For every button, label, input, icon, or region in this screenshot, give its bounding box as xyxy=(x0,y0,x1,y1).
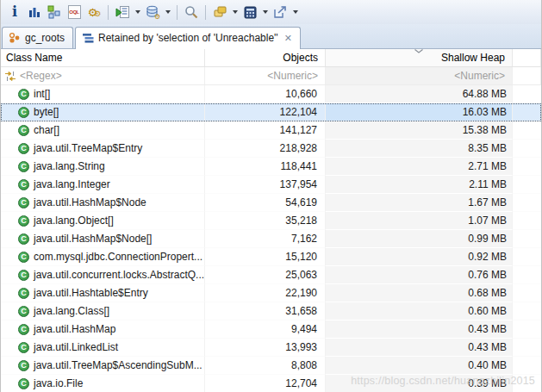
shallow-heap-value: 0.92 MB xyxy=(326,248,513,266)
tab-retained-by[interactable]: Retained by 'selection of 'Unreachable''… xyxy=(75,27,301,49)
class-icon: C xyxy=(18,288,29,299)
objects-value: 35,218 xyxy=(205,212,326,230)
table-row[interactable]: C java.lang.Integer 137,954 2.11 MB xyxy=(1,176,541,194)
table-row[interactable]: C java.util.HashMap 9,494 0.43 MB xyxy=(1,320,541,339)
class-name-filter[interactable]: <Regex> xyxy=(1,67,205,84)
editor-tabbar: gc_roots Retained by 'selection of 'Unre… xyxy=(1,24,541,49)
calculator-icon xyxy=(244,6,257,19)
column-header-shallow-heap[interactable]: Shallow Heap xyxy=(326,49,513,66)
objects-value: 118,441 xyxy=(205,158,326,176)
class-icon: C xyxy=(18,161,29,172)
expert-system-button[interactable]: ⚙⚙ xyxy=(84,3,103,22)
table-row[interactable]: C java.util.Hashtable$Entry 22,190 0.68 … xyxy=(1,284,541,302)
class-icon: C xyxy=(18,342,29,353)
table-row[interactable]: C java.lang.Class[] 31,658 0.60 MB xyxy=(1,302,541,320)
table-row[interactable]: C char[] 141,127 15.38 MB xyxy=(1,121,541,140)
class-icon: C xyxy=(18,324,29,335)
objects-value: 12,704 xyxy=(205,375,326,392)
table-row[interactable]: C com.mysql.jdbc.ConnectionPropert... 15… xyxy=(1,248,541,266)
oql-icon: OQL xyxy=(68,5,81,19)
shallow-heap-filter[interactable]: <Numeric> xyxy=(326,67,513,84)
class-name-value: java.lang.Object[] xyxy=(34,215,114,227)
class-name-value: java.lang.Class[] xyxy=(34,305,109,317)
objects-value: 141,127 xyxy=(205,121,326,140)
info-button[interactable]: i xyxy=(5,3,24,22)
query-browser-icon xyxy=(115,5,130,19)
table-row[interactable]: C int[] 10,660 64.88 MB xyxy=(1,85,541,103)
class-name-value: com.mysql.jdbc.ConnectionPropert... xyxy=(34,251,202,263)
oql-button[interactable]: OQL xyxy=(65,3,84,22)
table-row[interactable]: C java.util.HashMap$Node[] 7,162 0.99 MB xyxy=(1,230,541,248)
dominator-tree-button[interactable] xyxy=(45,3,64,22)
calculator-button[interactable] xyxy=(240,3,259,22)
close-icon[interactable]: ✕ xyxy=(283,33,292,44)
table-row[interactable]: C java.util.TreeMap$Entry 218,928 8.35 M… xyxy=(1,140,541,158)
table-row[interactable]: C byte[] 122,104 16.03 MB xyxy=(1,103,541,121)
objects-value: 122,104 xyxy=(205,103,326,121)
table-row[interactable]: C java.util.HashMap$Node 54,619 1.67 MB xyxy=(1,194,541,212)
group-by-button[interactable] xyxy=(210,3,229,22)
query-browser-dropdown[interactable] xyxy=(133,3,142,22)
table-row[interactable]: C java.util.TreeMap$AscendingSubM... 8,8… xyxy=(1,357,541,375)
table-row[interactable]: C java.io.File 12,704 0.39 MB xyxy=(1,375,541,392)
class-icon: C xyxy=(18,215,29,227)
tab-label: gc_roots xyxy=(25,32,65,44)
heap-dump-button[interactable]: ⚙ xyxy=(143,3,162,22)
histogram-button[interactable] xyxy=(25,3,44,22)
heap-dump-dropdown[interactable] xyxy=(163,3,172,22)
table-header-row: Class Name Objects Shallow Heap xyxy=(1,49,541,67)
class-icon: C xyxy=(18,306,29,317)
query-browser-button[interactable] xyxy=(113,3,132,22)
class-icon: C xyxy=(18,107,29,118)
shallow-heap-value: 2.71 MB xyxy=(326,158,513,176)
shallow-heap-value: 0.43 MB xyxy=(326,320,513,339)
group-by-dropdown[interactable] xyxy=(230,3,240,22)
class-name-value: java.util.HashMap xyxy=(34,323,115,335)
info-icon: i xyxy=(12,5,17,19)
column-header-objects[interactable]: Objects xyxy=(205,49,326,66)
class-icon: C xyxy=(18,197,29,208)
table-row[interactable]: C java.util.LinkedList 13,993 0.43 MB xyxy=(1,339,541,357)
shallow-heap-value: 16.03 MB xyxy=(326,103,513,121)
tab-label: Retained by 'selection of 'Unreachable'' xyxy=(98,32,278,44)
toolbar-separator xyxy=(177,5,178,20)
class-name-value: java.util.TreeMap$Entry xyxy=(34,142,142,154)
dominator-tree-icon xyxy=(47,5,61,19)
class-icon: C xyxy=(18,252,29,263)
objects-filter[interactable]: <Numeric> xyxy=(205,67,326,84)
table-row[interactable]: C java.util.concurrent.locks.AbstractQ..… xyxy=(1,266,541,284)
objects-value: 7,162 xyxy=(205,230,326,248)
shallow-heap-value: 1.07 MB xyxy=(326,212,513,230)
objects-value: 54,619 xyxy=(205,194,326,212)
class-icon: C xyxy=(18,125,29,136)
shallow-heap-value: 0.99 MB xyxy=(326,230,513,248)
retained-set-icon xyxy=(82,32,94,44)
class-icon: C xyxy=(18,378,29,389)
table-row[interactable]: C java.lang.Object[] 35,218 1.07 MB xyxy=(1,212,541,230)
calculator-dropdown[interactable] xyxy=(260,3,270,22)
histogram-table: Class Name Objects Shallow Heap xyxy=(1,49,541,392)
table-row[interactable]: C java.lang.String 118,441 2.71 MB xyxy=(1,158,541,176)
column-header-class-name[interactable]: Class Name xyxy=(1,49,205,66)
objects-value: 31,658 xyxy=(205,302,326,320)
shallow-heap-value: 2.11 MB xyxy=(326,176,513,194)
histogram-icon xyxy=(28,5,41,19)
class-name-value: java.util.TreeMap$AscendingSubM... xyxy=(34,359,202,371)
class-icon: C xyxy=(18,233,29,245)
mat-window: i OQL ⚙⚙ xyxy=(0,0,542,392)
class-name-value: int[] xyxy=(34,88,50,100)
export-button[interactable] xyxy=(271,3,290,22)
export-dropdown[interactable] xyxy=(290,3,300,22)
filter-row: <Regex> <Numeric> <Numeric> xyxy=(1,67,541,85)
shallow-heap-value: 0.76 MB xyxy=(326,266,513,284)
class-name-value: java.util.HashMap$Node[] xyxy=(34,233,152,245)
tab-gc-roots[interactable]: gc_roots xyxy=(2,27,73,48)
class-name-value: char[] xyxy=(34,124,59,136)
toolbar-separator xyxy=(108,5,109,20)
search-button[interactable] xyxy=(182,3,201,22)
shallow-heap-value: 0.39 MB xyxy=(326,375,513,392)
class-name-value: java.util.concurrent.locks.AbstractQ... xyxy=(34,269,204,281)
shallow-heap-value: 1.67 MB xyxy=(326,194,513,212)
filter-icon xyxy=(4,71,16,82)
class-icon: C xyxy=(18,179,29,190)
